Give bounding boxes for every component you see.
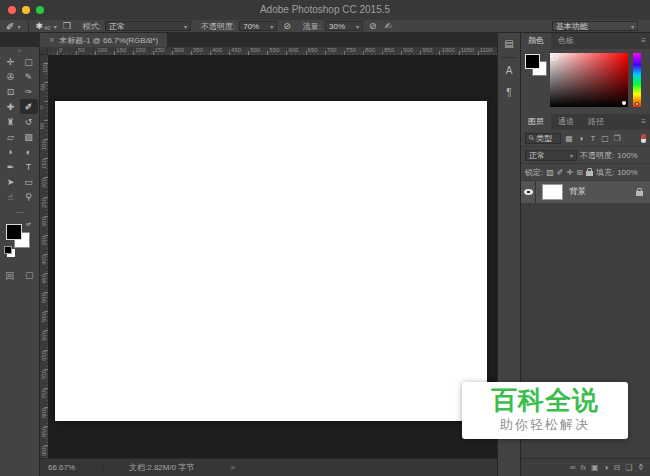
close-tab-icon[interactable]: × <box>49 35 54 45</box>
hue-slider[interactable] <box>633 53 641 107</box>
tool-lasso[interactable]: ✇ <box>2 69 20 84</box>
pressure-size-icon[interactable]: ✍ <box>383 21 395 31</box>
tool-rectangular-marquee[interactable]: ▢ <box>20 54 38 69</box>
ruler-label: 450 <box>41 274 47 284</box>
layer-visibility-toggle[interactable] <box>521 181 536 203</box>
tool-eyedropper[interactable]: ✑ <box>20 84 38 99</box>
color-picker-dot[interactable] <box>622 101 626 105</box>
paragraph-icon[interactable]: ¶ <box>498 82 520 104</box>
layer-row-background[interactable]: 背景 <box>521 181 650 203</box>
color-picker-ring[interactable] <box>551 54 558 61</box>
new-adjustment-layer-icon[interactable]: ◑ <box>604 463 609 472</box>
new-group-icon[interactable]: ⊟ <box>613 463 620 472</box>
fill-value[interactable]: 100% <box>617 168 637 177</box>
tab-layers[interactable]: 图层 <box>521 114 551 130</box>
ruler-label: 1100 <box>480 47 493 53</box>
flow-select[interactable]: 30% ▾ <box>325 21 363 31</box>
tool-type[interactable]: T <box>20 159 38 174</box>
screen-mode-button[interactable]: ▢ <box>25 270 34 283</box>
tool-history-brush[interactable]: ↺ <box>20 114 38 129</box>
tab-paths[interactable]: 路径 <box>581 114 611 130</box>
lock-all-icon[interactable] <box>586 171 593 176</box>
filter-type-layers-icon[interactable]: T <box>588 134 598 143</box>
minimize-window-button[interactable] <box>22 6 30 14</box>
tool-clone-stamp[interactable]: ♜ <box>2 114 20 129</box>
tab-color[interactable]: 颜色 <box>521 33 551 49</box>
new-layer-icon[interactable]: ❏ <box>625 463 632 472</box>
ruler-label: 100 <box>41 140 47 150</box>
panel-menu-icon[interactable]: ≡ <box>641 33 646 49</box>
tool-dodge[interactable]: ◐ <box>20 144 38 159</box>
toggle-brush-panel-button[interactable]: ❒ <box>61 21 73 31</box>
layer-opacity-value[interactable]: 100% <box>617 151 637 160</box>
layer-name[interactable]: 背景 <box>569 186 586 198</box>
zoom-window-button[interactable] <box>36 6 44 14</box>
lock-position-icon[interactable]: ✛ <box>567 168 574 177</box>
canvas-scroll-area[interactable] <box>48 55 497 458</box>
ruler-label: 500 <box>41 293 47 303</box>
horizontal-ruler[interactable]: 0501001502002503003504004505005506006507… <box>48 47 497 55</box>
tool-path-selection[interactable]: ➤ <box>2 174 20 189</box>
vertical-ruler[interactable]: -100-50050100150200250300350400450500550… <box>40 55 48 458</box>
document-tab[interactable]: × 未标题-1 @ 66.7%(RGB/8*) <box>40 33 167 47</box>
layer-style-icon[interactable]: fx <box>581 464 586 471</box>
lock-artboard-icon[interactable]: ⊞ <box>576 168 583 177</box>
filter-smart-objects-icon[interactable]: ❐ <box>612 134 622 143</box>
edit-toolbar-button[interactable]: ⋯ <box>0 210 39 216</box>
opacity-select[interactable]: 70% ▾ <box>239 21 277 31</box>
tool-spot-healing-brush[interactable]: ✚ <box>2 99 20 114</box>
pressure-opacity-icon[interactable]: ⊘ <box>281 21 293 31</box>
lock-transparency-icon[interactable]: ▨ <box>546 168 554 177</box>
status-menu-arrow-icon[interactable]: > <box>230 463 235 472</box>
tool-move[interactable]: ✛ <box>2 54 20 69</box>
layer-thumbnail[interactable] <box>542 184 563 200</box>
libraries-icon[interactable]: ▤ <box>498 33 520 55</box>
document-canvas[interactable] <box>55 101 487 421</box>
tool-rectangle[interactable]: ▭ <box>20 174 38 189</box>
filter-adjustment-layers-icon[interactable]: ◑ <box>576 134 586 143</box>
tool-hand[interactable]: ☝ <box>2 189 20 204</box>
link-layers-icon[interactable]: ∞ <box>570 463 576 472</box>
tool-preset-button[interactable]: ✐ ▾ <box>4 21 22 32</box>
character-icon[interactable]: A <box>498 60 520 82</box>
quick-mask-mode-button[interactable]: 回 <box>5 270 14 283</box>
hue-slider-handle[interactable] <box>635 102 639 106</box>
tool-brush[interactable]: ✐ <box>20 99 38 114</box>
layer-blend-mode-select[interactable]: 正常 ▾ <box>525 150 577 161</box>
filter-shape-layers-icon[interactable]: ▢ <box>600 134 610 143</box>
collapse-toolbar-button[interactable]: » <box>0 47 39 54</box>
tool-pen[interactable]: ✒ <box>2 159 20 174</box>
swap-colors-icon[interactable]: ⇄ <box>26 220 31 227</box>
foreground-color-swatch[interactable] <box>6 224 22 240</box>
tool-gradient[interactable]: ▧ <box>20 129 38 144</box>
blend-mode-value: 正常 <box>109 21 125 32</box>
ruler-label: 150 <box>41 159 47 169</box>
ruler-origin[interactable] <box>40 47 48 55</box>
zoom-level-field[interactable]: 66.67% <box>48 462 103 474</box>
saturation-brightness-box[interactable] <box>550 53 628 107</box>
delete-layer-icon[interactable]: ⚱ <box>637 463 644 472</box>
options-bar: ✐ ▾ ✱ 40 ▾ ❒ 模式: 正常 ▾ 不透明度: 70% ▾ ⊘ 流量: … <box>0 20 650 33</box>
workspace-select[interactable]: 基本功能 ▾ <box>552 21 638 31</box>
close-window-button[interactable] <box>8 6 16 14</box>
watermark-title: 百科全说 <box>462 385 628 416</box>
ruler-label: 450 <box>231 47 241 53</box>
layer-filter-kind-select[interactable]: ⚲ 类型 <box>525 133 561 144</box>
layer-filter-toggle[interactable] <box>641 134 646 143</box>
tab-channels[interactable]: 通道 <box>551 114 581 130</box>
default-colors-icon[interactable] <box>4 246 12 254</box>
tool-quick-selection[interactable]: ✎ <box>20 69 38 84</box>
tab-swatches[interactable]: 色板 <box>551 33 581 49</box>
filter-pixel-layers-icon[interactable]: ▦ <box>564 134 574 143</box>
tool-zoom[interactable]: ⚲ <box>20 189 38 204</box>
airbrush-icon[interactable]: ⊘ <box>367 21 379 31</box>
blend-mode-select[interactable]: 正常 ▾ <box>105 21 191 31</box>
tool-blur[interactable]: ◗ <box>2 144 20 159</box>
add-layer-mask-icon[interactable]: ▣ <box>591 463 599 472</box>
brush-preset-picker[interactable]: ✱ 40 ▾ <box>35 21 56 31</box>
panel-menu-icon[interactable]: ≡ <box>641 114 646 130</box>
tool-crop[interactable]: ⊡ <box>2 84 20 99</box>
color-foreground-swatch[interactable] <box>525 54 540 69</box>
tool-eraser[interactable]: ▱ <box>2 129 20 144</box>
lock-pixels-icon[interactable]: ✐ <box>557 168 564 177</box>
